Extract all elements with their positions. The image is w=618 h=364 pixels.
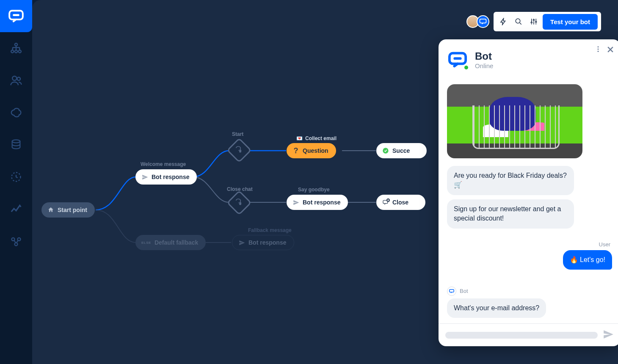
user-input-icon	[235, 145, 243, 155]
svg-point-6	[12, 76, 17, 80]
svg-point-15	[239, 151, 241, 153]
nav-history-icon[interactable]	[8, 168, 25, 185]
lightning-icon[interactable]	[497, 15, 510, 28]
fallback-message-label: Fallback message	[248, 227, 292, 233]
node-label: Bot response	[152, 174, 189, 180]
node-start-point[interactable]: Start point	[41, 202, 95, 218]
node-success[interactable]: Succe	[376, 143, 427, 158]
chat-bot-label: Bot	[460, 288, 468, 294]
send-button-icon[interactable]	[603, 329, 614, 342]
node-label: Succe	[392, 147, 410, 154]
node-close-chat[interactable]: Close	[376, 195, 425, 210]
svg-rect-24	[453, 57, 461, 60]
svg-point-14	[516, 19, 520, 23]
online-indicator	[464, 65, 469, 70]
chat-header: Bot Online	[439, 39, 618, 80]
node-bot-response-goodbye[interactable]: Bot response	[287, 195, 348, 210]
svg-point-21	[598, 49, 599, 50]
collect-email-label: 💌 Collect email	[296, 135, 337, 141]
svg-rect-1	[13, 14, 19, 16]
send-icon	[292, 199, 299, 206]
kebab-menu-icon[interactable]	[594, 45, 602, 55]
svg-point-5	[19, 50, 21, 52]
node-branch-close[interactable]	[226, 190, 251, 215]
else-badge: ELSE	[141, 241, 151, 245]
nav-users-icon[interactable]	[8, 72, 25, 89]
question-icon: ?	[292, 147, 299, 154]
chat-text-input[interactable]	[445, 332, 598, 339]
svg-point-20	[598, 46, 599, 47]
svg-point-4	[15, 50, 17, 52]
chat-bot-avatar	[448, 50, 467, 69]
flow-canvas[interactable]: Test your bot Start point Welcome messag…	[32, 0, 618, 364]
node-label: Bot response	[303, 199, 340, 206]
bot-avatar-small-icon	[447, 287, 456, 296]
chat-bot-message: Are you ready for Black Friday deals? 🛒	[447, 166, 574, 195]
chat-status: Online	[475, 62, 493, 69]
mail-icon: 💌	[296, 135, 303, 141]
node-bot-response-welcome[interactable]: Bot response	[135, 169, 197, 185]
avatar-user2[interactable]	[477, 15, 489, 28]
svg-point-8	[12, 140, 20, 143]
chat-bot-message: What's your e-mail address?	[447, 298, 546, 318]
user-input-icon	[235, 198, 243, 208]
send-icon	[238, 239, 245, 246]
search-icon[interactable]	[512, 15, 525, 28]
nav-integrations-icon[interactable]	[8, 233, 25, 250]
chat-image	[447, 84, 582, 158]
node-default-fallback[interactable]: ELSE Default fallback	[135, 235, 206, 250]
node-label: Default fallback	[154, 239, 198, 246]
test-bot-button[interactable]: Test your bot	[543, 14, 598, 30]
home-icon	[47, 207, 54, 213]
chat-user-message: 🔥 Let's go!	[563, 250, 612, 270]
nav-analytics-icon[interactable]	[8, 201, 25, 218]
node-question[interactable]: ? Question	[287, 143, 336, 158]
close-icon[interactable]	[606, 45, 615, 55]
chat-preview: Bot Online Are you ready for Black Frida…	[439, 39, 618, 346]
node-label: Question	[303, 147, 328, 154]
svg-point-2	[15, 43, 17, 46]
chat-body[interactable]: Are you ready for Black Friday deals? 🛒 …	[439, 80, 618, 323]
nav-database-icon[interactable]	[8, 136, 25, 153]
node-label: Bot response	[248, 239, 286, 246]
nav-flow-icon[interactable]	[8, 40, 25, 57]
app-logo[interactable]	[0, 0, 32, 32]
svg-point-22	[598, 51, 599, 52]
node-label: Close	[392, 199, 408, 206]
svg-point-7	[17, 77, 21, 81]
topbar: Test your bot	[466, 12, 601, 31]
chat-bot-message: Sign up for our newsletter and get a spe…	[447, 199, 574, 229]
node-bot-response-fallback[interactable]: Bot response	[232, 235, 294, 250]
node-label: Start point	[58, 207, 87, 213]
chat-title: Bot	[475, 50, 493, 62]
chat-user-label: User	[447, 241, 610, 248]
svg-rect-13	[480, 19, 486, 23]
toolbar-actions: Test your bot	[494, 12, 601, 31]
nav-ai-icon[interactable]	[8, 104, 25, 121]
send-icon	[141, 174, 148, 180]
welcome-message-label: Welcome message	[141, 161, 186, 167]
node-branch-start[interactable]	[226, 138, 251, 163]
check-circle-icon	[382, 147, 389, 154]
chat-input-bar	[439, 323, 618, 346]
settings-sliders-icon[interactable]	[527, 15, 540, 28]
say-goodbye-label: Say goodbye	[298, 187, 330, 193]
collect-email-text: Collect email	[305, 135, 337, 141]
svg-rect-25	[450, 290, 454, 292]
svg-point-3	[11, 50, 14, 52]
start-branch-label: Start	[232, 131, 243, 137]
svg-point-17	[239, 203, 241, 205]
sidebar	[0, 0, 32, 364]
svg-point-12	[15, 243, 18, 246]
close-chat-icon	[382, 199, 389, 206]
